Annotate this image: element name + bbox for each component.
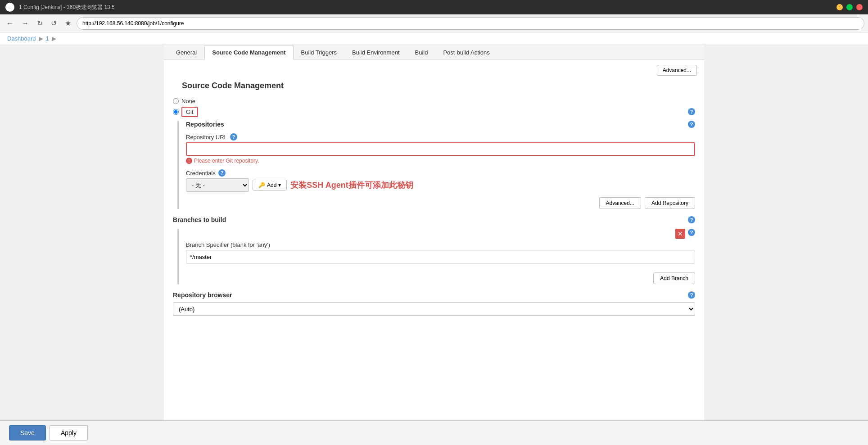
repositories-header: Repositories ? [186,121,695,128]
branch-buttons-row: Add Branch [186,272,695,284]
credentials-add-button[interactable]: 🔑 Add ▾ [253,180,287,191]
repo-browser-help-icon[interactable]: ? [688,291,695,299]
page-title: Source Code Management [173,81,695,98]
tab-build-triggers[interactable]: Build Triggers [294,45,344,59]
repo-url-error-text: Please enter Git repository. [194,158,259,164]
add-key-icon: 🔑 [258,182,265,188]
branches-help-icon[interactable]: ? [688,216,695,223]
browser-favicon: ☺ [5,3,14,12]
browser-titlebar: ☺ 1 Config [Jenkins] - 360极速浏览器 13.5 [0,0,868,14]
repo-url-help-icon[interactable]: ? [230,133,237,141]
credentials-label: Credentials [186,170,216,177]
branches-title: Branches to build [173,216,226,223]
branch-specifier-label-row: Branch Specifier (blank for 'any') [186,241,695,248]
add-branch-button[interactable]: Add Branch [653,272,695,284]
address-bar[interactable] [77,17,864,30]
tab-post-build[interactable]: Post-build Actions [435,45,497,59]
repositories-help-icon[interactable]: ? [688,121,695,128]
breadcrumb-sep-1: ▶ [39,35,43,42]
git-label-box: Git [181,107,198,117]
repo-url-label: Repository URL [186,134,227,141]
browser-toolbar: ← → ↻ ↺ ★ [0,14,868,32]
add-repository-button[interactable]: Add Repository [645,197,695,209]
add-label: Add [267,182,276,188]
form-area: Source Code Management None Git ? [164,81,704,316]
minimize-btn[interactable] [836,4,843,10]
branch-specifier-label: Branch Specifier (blank for 'any') [186,241,270,248]
tab-general[interactable]: General [168,45,204,59]
advanced-top-button[interactable]: Advanced... [657,65,697,76]
scroll-area: Advanced... Source Code Management None … [164,59,704,436]
repo-browser-select[interactable]: (Auto) [173,302,695,316]
branch-specifier-input[interactable] [186,250,695,263]
branch-specifier-help-icon[interactable]: ? [688,229,695,236]
breadcrumb-dashboard[interactable]: Dashboard [7,35,36,42]
scm-git-radio[interactable] [173,109,179,115]
credentials-field: Credentials ? - 无 - 🔑 Add ▾ 安装SSH Agent插… [186,169,695,192]
scm-git-help-icon[interactable]: ? [688,108,695,115]
home-btn[interactable]: ★ [62,17,74,29]
maximize-btn[interactable] [846,4,853,10]
tab-bar: General Source Code Management Build Tri… [164,45,704,59]
credentials-help-icon[interactable]: ? [218,169,226,177]
branches-sub-section: ✕ ? Branch Specifier (blank for 'any') A… [177,229,695,284]
browser-title: 1 Config [Jenkins] - 360极速浏览器 13.5 [19,4,832,11]
repo-url-label-row: Repository URL ? [186,133,695,141]
tab-build-env[interactable]: Build Environment [344,45,407,59]
repo-url-error: ! Please enter Git repository. [186,158,695,164]
advanced-top-container: Advanced... [164,59,704,81]
repo-browser-label: Repository browser [173,291,232,299]
repositories-title: Repositories [186,121,224,128]
tab-scm[interactable]: Source Code Management [204,45,293,59]
tab-build[interactable]: Build [407,45,436,59]
repo-browser-section: Repository browser ? (Auto) [173,291,695,316]
bottom-action-bar: Save Apply [0,420,868,445]
reload-btn[interactable]: ↺ [48,17,59,29]
scm-none-option: None [173,98,695,104]
scm-none-radio[interactable] [173,98,179,104]
scm-none-label: None [181,98,195,104]
add-dropdown-icon: ▾ [278,182,281,188]
repo-advanced-button[interactable]: Advanced... [599,197,641,209]
error-icon: ! [186,158,192,164]
branch-delete-button[interactable]: ✕ [675,229,685,239]
breadcrumb-job[interactable]: 1 [46,35,49,42]
breadcrumb: Dashboard ▶ 1 ▶ [0,32,868,45]
save-button[interactable]: Save [9,425,46,440]
scm-git-option: Git [173,109,198,115]
repositories-section: Repositories ? Repository URL ? ! Please… [177,121,695,209]
back-btn[interactable]: ← [4,18,16,29]
scm-radio-group: None Git ? [173,98,695,115]
forward-btn[interactable]: → [19,18,32,29]
refresh-btn[interactable]: ↻ [34,17,45,29]
credentials-label-row: Credentials ? [186,169,695,177]
apply-button[interactable]: Apply [50,425,88,440]
repo-url-input[interactable] [186,142,695,156]
ssh-note: 安装SSH Agent插件可添加此秘钥 [290,180,413,191]
repo-buttons-row: Advanced... Add Repository [186,197,695,209]
credentials-row: - 无 - 🔑 Add ▾ 安装SSH Agent插件可添加此秘钥 [186,178,695,192]
branches-section: Branches to build ? ✕ ? Branch Specifier… [173,216,695,284]
main-content: General Source Code Management Build Tri… [164,45,704,445]
branch-delete-row: ✕ ? [186,229,695,239]
breadcrumb-sep-2: ▶ [52,35,56,42]
close-btn[interactable] [856,4,863,10]
repo-url-field: Repository URL ? ! Please enter Git repo… [186,133,695,164]
scm-git-label: Git [181,109,198,115]
window-controls[interactable] [836,4,863,10]
credentials-select[interactable]: - 无 - [186,178,249,192]
